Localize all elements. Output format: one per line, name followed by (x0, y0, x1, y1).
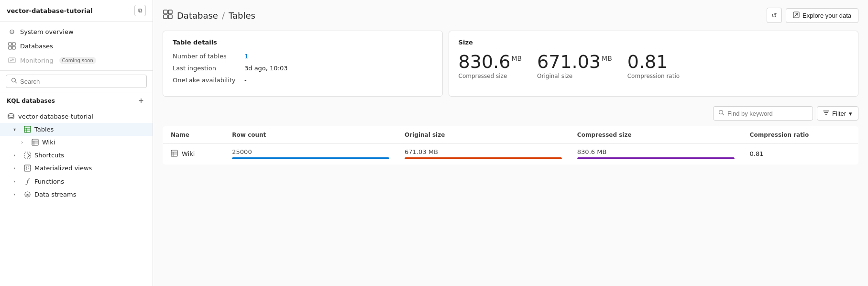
collapse-icon: ⧉ (138, 7, 143, 14)
explore-icon (793, 11, 800, 20)
chevron-right-icon: › (13, 179, 20, 184)
svg-rect-3 (12, 46, 15, 49)
tables-icon (23, 126, 32, 133)
sidebar-item-label: System overview (20, 28, 74, 35)
sidebar-item-system-overview[interactable]: ⊙ System overview (0, 24, 153, 39)
table-body: Wiki 25000 671.03 MB (163, 143, 858, 165)
detail-label-num-tables: Number of tables (173, 53, 240, 60)
filter-chevron-icon: ▾ (849, 110, 852, 117)
size-metric-compressed: 830.6 MB Compressed size (459, 53, 522, 79)
kql-databases-header: KQL databases + (0, 92, 153, 110)
row-count-bar-track (232, 157, 389, 159)
sidebar-nav: ⊙ System overview Databases Monitoring C… (0, 22, 153, 71)
sidebar-item-databases[interactable]: Databases (0, 39, 153, 53)
chevron-right-icon: › (21, 140, 28, 145)
search-container (0, 71, 153, 92)
main-content: Database / Tables ↺ Explore your data Ta… (153, 0, 868, 286)
keyword-search-box (713, 106, 813, 121)
card-heading-table-details: Table details (173, 39, 433, 46)
header-actions: ↺ Explore your data (767, 8, 858, 23)
tree-item-data-streams[interactable]: › Data streams (0, 188, 153, 201)
filter-button[interactable]: Filter ▾ (817, 106, 858, 121)
sidebar-collapse-button[interactable]: ⧉ (134, 5, 146, 16)
col-header-name: Name (163, 127, 225, 143)
chevron-right-icon: › (13, 165, 20, 171)
data-streams-icon (23, 191, 32, 198)
wiki-icon (31, 139, 39, 146)
tree-item-shortcuts[interactable]: › Shortcuts (0, 149, 153, 162)
tree-item-label: Tables (34, 126, 54, 133)
tree-item-db-root[interactable]: vector-database-tutorial (0, 110, 153, 123)
sidebar-scroll-area: KQL databases + vector-database-tutorial… (0, 92, 153, 286)
original-size-bar-fill (405, 157, 562, 159)
chevron-right-icon: › (13, 153, 20, 158)
svg-rect-13 (164, 10, 167, 14)
compressed-size-value: 830.6 (459, 53, 511, 71)
cell-compressed-size: 830.6 MB (570, 143, 742, 165)
tree-item-label: Wiki (42, 139, 55, 146)
keyword-search-input[interactable] (727, 110, 808, 117)
compressed-size-value: 830.6 MB (577, 148, 735, 155)
sidebar-item-label: Monitoring (20, 57, 54, 64)
breadcrumb-separator: / (222, 11, 225, 21)
detail-row-last-ingestion: Last ingestion 3d ago, 10:03 (173, 65, 433, 72)
refresh-button[interactable]: ↺ (767, 8, 782, 23)
row-count-bar-cell: 25000 (232, 148, 389, 159)
table-row-name: Wiki (182, 150, 195, 157)
detail-row-onelake: OneLake availability - (173, 77, 433, 84)
detail-label-onelake: OneLake availability (173, 77, 240, 84)
tree-item-label: Functions (34, 178, 64, 185)
col-header-row-count: Row count (224, 127, 397, 143)
tree-item-label: Shortcuts (34, 152, 64, 159)
detail-row-num-tables: Number of tables 1 (173, 53, 433, 60)
table-row-icon (171, 150, 178, 158)
add-kql-button[interactable]: + (136, 96, 146, 106)
svg-rect-19 (171, 150, 177, 156)
table-row[interactable]: Wiki 25000 671.03 MB (163, 143, 858, 165)
size-metric-ratio: 0.81 Compression ratio (627, 53, 680, 79)
shortcuts-icon (23, 152, 32, 159)
cell-name: Wiki (163, 143, 225, 165)
sidebar: vector-database-tutorial ⧉ ⊙ System over… (0, 0, 153, 286)
size-metric-original: 671.03 MB Original size (537, 53, 612, 79)
sidebar-header: vector-database-tutorial ⧉ (0, 0, 153, 22)
data-table: Name Row count Original size Compressed … (163, 126, 858, 165)
compressed-size-label: Compressed size (459, 73, 522, 79)
svg-point-12 (27, 194, 28, 195)
detail-value-num-tables: 1 (244, 53, 248, 60)
tree-item-label: Data streams (34, 191, 77, 198)
breadcrumb: Database / Tables (163, 9, 255, 22)
svg-rect-7 (24, 126, 31, 132)
original-size-bar-cell: 671.03 MB (405, 148, 562, 159)
explore-data-button[interactable]: Explore your data (786, 8, 858, 23)
svg-point-6 (8, 114, 14, 116)
detail-value-onelake: - (244, 77, 247, 84)
breadcrumb-database: Database (177, 11, 218, 21)
tree-item-wiki[interactable]: › Wiki (0, 136, 153, 149)
ratio-value-row: 0.81 (627, 53, 680, 71)
original-value-row: 671.03 MB (537, 53, 612, 71)
materialized-views-icon (23, 165, 32, 172)
search-input[interactable] (20, 78, 142, 85)
sidebar-item-label: Databases (20, 43, 53, 50)
original-size-value: 671.03 (537, 53, 601, 71)
compressed-size-bar-track (577, 157, 735, 159)
size-metrics: 830.6 MB Compressed size 671.03 MB Origi… (459, 53, 848, 79)
tree-item-tables[interactable]: ▾ Tables (0, 123, 153, 136)
svg-rect-16 (168, 15, 172, 19)
tree-item-materialized-views[interactable]: › Materialized views (0, 162, 153, 175)
svg-rect-8 (32, 139, 38, 145)
kql-section-label: KQL databases (7, 98, 55, 104)
compressed-size-unit: MB (511, 55, 522, 62)
svg-rect-0 (9, 43, 11, 45)
detail-label-last-ingestion: Last ingestion (173, 65, 240, 72)
sidebar-item-monitoring[interactable]: Monitoring Coming soon (0, 53, 153, 67)
card-heading-size: Size (459, 39, 848, 46)
table-toolbar: Filter ▾ (163, 106, 858, 121)
cell-row-count: 25000 (224, 143, 397, 165)
cell-compression-ratio: 0.81 (742, 143, 858, 165)
databases-icon (8, 42, 16, 50)
sidebar-title: vector-database-tutorial (7, 7, 93, 14)
detail-value-last-ingestion: 3d ago, 10:03 (244, 65, 288, 72)
tree-item-functions[interactable]: › ƒ Functions (0, 175, 153, 188)
